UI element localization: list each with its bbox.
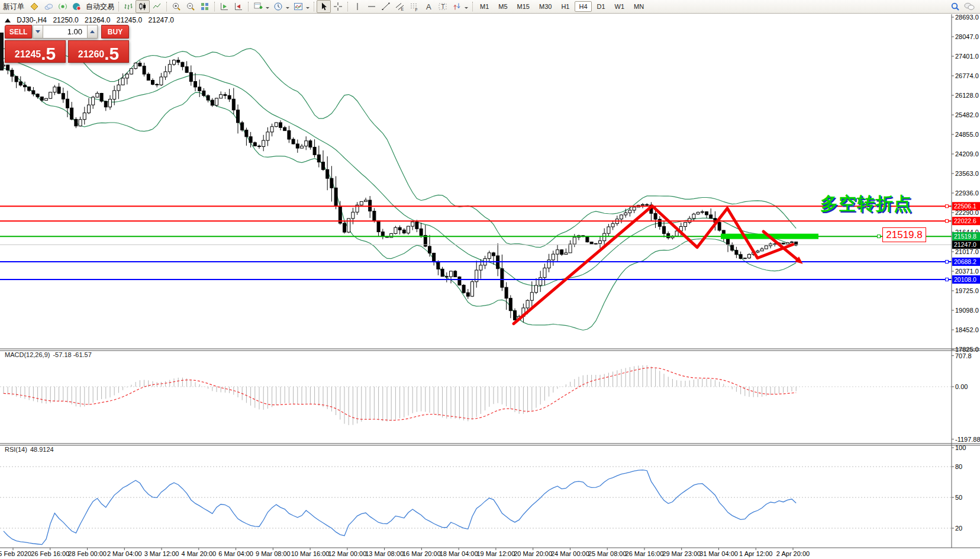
hline-handle[interactable]: [946, 205, 949, 208]
horizontal-line-tool-icon[interactable]: [365, 0, 379, 13]
chart-shift-icon[interactable]: [231, 0, 246, 13]
collapse-trade-panel-icon[interactable]: [5, 15, 11, 23]
timeframe-M15[interactable]: M15: [513, 1, 534, 12]
channel-tool-icon[interactable]: E: [393, 0, 407, 13]
hline-handle[interactable]: [946, 278, 949, 281]
arrows-dropdown-icon[interactable]: [465, 7, 468, 11]
buy-button[interactable]: BUY: [101, 25, 129, 38]
line-chart-icon[interactable]: [150, 0, 164, 13]
fibonacci-tool-icon[interactable]: F: [407, 0, 421, 13]
toolbar-separator: [214, 2, 215, 11]
hline-handle[interactable]: [946, 261, 949, 264]
price-tick-label: 19098.0: [955, 307, 979, 314]
sell-price[interactable]: 21245.5: [5, 40, 66, 63]
new-order-button[interactable]: 新订单: [0, 1, 27, 12]
timeframe-M1[interactable]: M1: [476, 1, 493, 12]
price-tick-label: 25482.0: [955, 111, 979, 118]
svg-text:T: T: [441, 4, 445, 10]
date-tick-label: 26 Feb 16:00: [31, 550, 69, 557]
sell-button[interactable]: SELL: [5, 25, 32, 38]
period-clock-icon[interactable]: [271, 0, 285, 13]
new-chart-icon[interactable]: [251, 0, 265, 13]
arrows-tool-icon[interactable]: [450, 0, 464, 13]
autotrade-icon[interactable]: [70, 0, 84, 13]
toolbar-separator: [248, 2, 249, 11]
rsi-tick-label: 20: [955, 525, 962, 532]
ohlc-open: 21250.0: [53, 16, 78, 24]
frame: [0, 14, 980, 548]
price-tick-label: 22936.0: [955, 189, 979, 197]
date-tick-label: 19 Mar 12:00: [476, 550, 515, 557]
template-dropdown-icon[interactable]: [306, 7, 310, 11]
vertical-line-tool-icon[interactable]: [350, 0, 365, 13]
date-tick-label: 2 Apr 20:00: [776, 550, 810, 557]
toolbar-separator: [314, 2, 314, 11]
price-tick-label: 21017.0: [955, 248, 979, 255]
date-tick-label: 28 Feb 00:00: [68, 550, 107, 557]
date-tick-label: 10 Mar 16:00: [291, 550, 330, 557]
timeframe-H4[interactable]: H4: [575, 1, 591, 12]
volume-increase-button[interactable]: [87, 25, 98, 38]
candlestick-chart-icon[interactable]: [136, 0, 150, 13]
date-tick-label: 18 Mar 04:00: [440, 550, 478, 557]
hline-handle[interactable]: [878, 235, 881, 238]
auto-scroll-icon[interactable]: [217, 0, 231, 13]
timeframe-H1[interactable]: H1: [557, 1, 573, 12]
zoom-in-icon[interactable]: [169, 0, 183, 13]
period-dropdown-icon[interactable]: [286, 7, 289, 11]
toolbar: 新订单 自动交易 E F A T M1M5M15M30H1H4D1W1MN: [0, 0, 980, 14]
date-tick-label: 6 Mar 04:00: [218, 550, 253, 557]
crosshair-icon[interactable]: [331, 0, 345, 13]
timeframe-MN[interactable]: MN: [630, 1, 648, 12]
cursor-icon[interactable]: [317, 0, 331, 13]
macd-tick-label: 707.8: [955, 352, 972, 359]
buy-price[interactable]: 21260.5: [68, 40, 129, 63]
market-watch-icon[interactable]: [41, 0, 56, 13]
timeframe-M5[interactable]: M5: [494, 1, 511, 12]
annotation-text[interactable]: 多空转折点: [820, 192, 912, 216]
rsi-tick-label: 80: [955, 463, 962, 470]
rsi-label: RSI(14)48.9124: [5, 446, 57, 453]
timeframe-D1[interactable]: D1: [593, 1, 610, 12]
candles: [2, 57, 798, 323]
date-tick-label: 4 Mar 20:00: [181, 550, 216, 557]
signals-icon[interactable]: [56, 0, 70, 13]
text-tool-icon[interactable]: A: [421, 0, 436, 13]
indicator-levels: [0, 387, 952, 528]
symbol-label: DJ30-,H4: [17, 16, 47, 24]
volume-input[interactable]: [43, 25, 88, 38]
timeframe-W1[interactable]: W1: [611, 1, 629, 12]
new-order-label: 新订单: [3, 2, 24, 12]
date-tick-label: 2 Mar 04:00: [107, 550, 142, 557]
timeframe-M30[interactable]: M30: [535, 1, 556, 12]
date-tick-label: 31 Mar 04:00: [699, 550, 738, 557]
svg-text:E: E: [401, 7, 404, 11]
text-label-tool-icon[interactable]: T: [436, 0, 450, 13]
zoom-out-icon[interactable]: [183, 0, 198, 13]
macd-label: MACD(12,26,9)-57.18 -61.57: [5, 351, 95, 358]
price-tick-label: 24855.0: [955, 131, 979, 138]
price-axis: 28693.028047.027401.026774.026128.025482…: [952, 14, 980, 532]
left-edge-marker: [0, 33, 4, 70]
date-tick-label: 9 Mar 08:00: [256, 550, 291, 557]
volume-decrease-button[interactable]: [33, 25, 43, 38]
hline-handle[interactable]: [946, 220, 949, 223]
autotrade-label[interactable]: 自动交易: [86, 2, 114, 12]
search-icon[interactable]: [948, 0, 962, 13]
price-tick-label: 24209.0: [955, 150, 979, 158]
price-tick-label: 18452.0: [955, 326, 979, 333]
rsi-tick-label: 100: [955, 444, 966, 451]
tile-windows-icon[interactable]: [198, 0, 212, 13]
new-chart-dropdown-icon[interactable]: [266, 7, 269, 11]
bar-chart-icon[interactable]: [121, 0, 136, 13]
toolbar-separator: [118, 2, 119, 11]
price-callout[interactable]: 21519.8: [882, 227, 926, 242]
date-tick-label: 20 Mar 20:00: [514, 550, 552, 557]
date-axis: 25 Feb 202026 Feb 16:0028 Feb 00:002 Mar…: [0, 548, 810, 557]
trendline-tool-icon[interactable]: [379, 0, 393, 13]
date-tick-label: 29 Mar 23:00: [662, 550, 701, 557]
chat-icon[interactable]: [962, 0, 976, 13]
chart-canvas[interactable]: 28693.028047.027401.026774.026128.025482…: [0, 0, 980, 559]
chart-window-icon[interactable]: [27, 0, 41, 13]
indicator-template-icon[interactable]: [291, 0, 305, 13]
